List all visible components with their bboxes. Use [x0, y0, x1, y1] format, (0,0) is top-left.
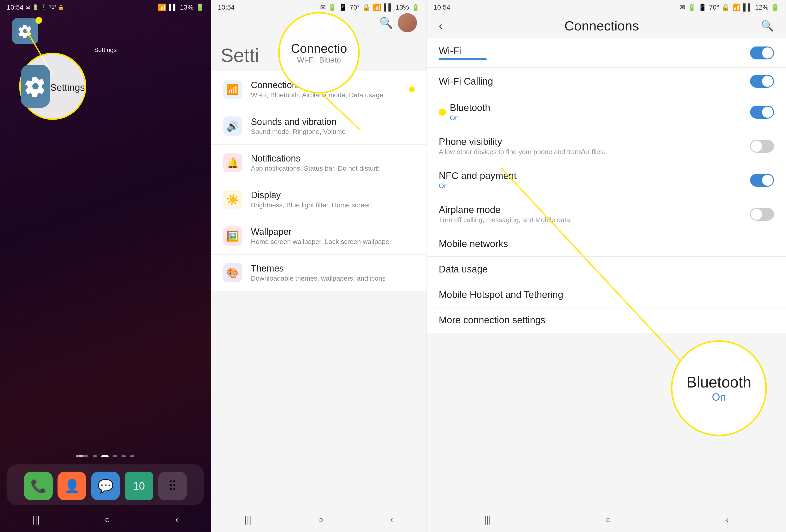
bluetooth-popup-on: On — [712, 391, 726, 403]
settings-item-notifications[interactable]: 🔔 Notifications App notifications, Statu… — [211, 144, 426, 181]
settings-annotation-circle: Settings — [19, 53, 86, 120]
settings-label-small: Settings — [12, 46, 199, 54]
phone-visibility-title: Phone visibility — [439, 136, 750, 147]
connections-popup-circle: Connectio Wi-Fi, Blueto — [278, 12, 360, 93]
conn-item-wifi[interactable]: Wi-Fi — [427, 38, 786, 68]
airplane-toggle[interactable] — [750, 208, 774, 221]
bluetooth-toggle[interactable] — [750, 106, 774, 119]
notif-text: Notifications App notifications, Status … — [251, 153, 415, 172]
dock: 📞 👤 💬 10 ⠿ — [7, 464, 204, 505]
status-icons-settings: ✉ 🔋 📱 70° 🔒 📶 ▌▌ 13% 🔋 — [320, 3, 420, 11]
sun-icon: ☀️ — [227, 194, 239, 205]
nav-bar-connections: ||| ○ ‹ — [427, 510, 786, 532]
conn-item-hotspot[interactable]: Mobile Hotspot and Tethering — [427, 282, 786, 307]
notif-title: Notifications — [251, 153, 415, 164]
nav-bar-home: ||| ○ ‹ — [0, 510, 211, 532]
display-text: Display Brightness, Blue light filter, H… — [251, 190, 415, 209]
sim-icon-s: 📱 — [339, 3, 347, 11]
dock-messages[interactable]: 💬 — [91, 471, 120, 500]
settings-screen: 10:54 ✉ 🔋 📱 70° 🔒 📶 ▌▌ 13% 🔋 🔍 Setti 📶 — [211, 0, 426, 532]
nav-recent[interactable]: ||| — [32, 515, 39, 525]
bell-icon: 🔔 — [227, 157, 239, 169]
signal-s: ▌▌ — [384, 4, 393, 11]
wallpaper-text: Wallpaper Home screen wallpaper, Lock sc… — [251, 227, 415, 246]
sounds-title: Sounds and vibration — [251, 117, 415, 127]
wifi-item-text: Wi-Fi — [439, 46, 750, 60]
conn-item-more[interactable]: More connection settings — [427, 307, 786, 333]
dot-3 — [113, 455, 117, 457]
nav-back-c[interactable]: ‹ — [725, 515, 729, 525]
status-right-home: 📶 ▌▌ 13% 🔋 — [158, 3, 204, 11]
data-usage-text: Data usage — [439, 264, 774, 275]
time-display: 10:54 — [7, 4, 23, 11]
conn-item-airplane[interactable]: Airplane mode Turn off calling, messagin… — [427, 197, 786, 231]
dock-contacts[interactable]: 👤 — [57, 471, 86, 500]
notif-subtitle: App notifications, Status bar, Do not di… — [251, 165, 415, 172]
status-time-home: 10:54 ✉ 🔋 📱 70° 🔒 — [7, 4, 64, 11]
settings-item-themes[interactable]: 🎨 Themes Downloadable themes, wallpapers… — [211, 254, 426, 291]
user-avatar[interactable] — [398, 13, 417, 32]
message-icon: ✉ — [25, 4, 30, 11]
phone-visibility-toggle[interactable] — [750, 140, 774, 153]
nfc-title: NFC and payment — [439, 170, 750, 181]
settings-icon-small[interactable] — [12, 18, 38, 44]
conn-item-bluetooth[interactable]: Bluetooth On — [427, 95, 786, 129]
batt-icon-s: 🔋 — [328, 3, 337, 11]
hotspot-title: Mobile Hotspot and Tethering — [439, 289, 774, 300]
back-button[interactable]: ‹ — [439, 19, 443, 32]
conn-item-wifi-calling[interactable]: Wi-Fi Calling — [427, 68, 786, 95]
settings-item-wallpaper[interactable]: 🖼️ Wallpaper Home screen wallpaper, Lock… — [211, 218, 426, 254]
display-subtitle: Brightness, Blue light filter, Home scre… — [251, 201, 415, 209]
wifi-calling-title: Wi-Fi Calling — [439, 76, 750, 87]
search-button-settings[interactable]: 🔍 — [379, 16, 393, 29]
connections-page-title: Connections — [564, 18, 639, 33]
airplane-thumb — [751, 209, 762, 220]
temp-c: 70° — [709, 4, 719, 11]
nav-recent-c[interactable]: ||| — [484, 515, 491, 525]
nfc-toggle[interactable] — [750, 174, 774, 187]
nav-recent-s[interactable]: ||| — [245, 515, 251, 525]
nav-back[interactable]: ‹ — [176, 515, 178, 525]
page-indicators — [0, 450, 211, 464]
wifi-s: 📶 — [373, 3, 381, 11]
conn-item-phone-visibility[interactable]: Phone visibility Allow other devices to … — [427, 129, 786, 163]
themes-icon: 🎨 — [223, 263, 242, 282]
nav-home[interactable]: ○ — [105, 515, 110, 525]
nav-home-s[interactable]: ○ — [318, 515, 324, 525]
display-title: Display — [251, 190, 415, 200]
phone-visibility-thumb — [751, 141, 762, 152]
nav-back-s[interactable]: ‹ — [390, 515, 393, 525]
search-button-connections[interactable]: 🔍 — [761, 20, 774, 32]
themes-title: Themes — [251, 263, 415, 274]
status-bar-connections: 10:54 ✉ 🔋 📱 70° 🔒 📶 ▌▌ 12% 🔋 — [427, 0, 786, 13]
notif-icon: 🔔 — [223, 153, 242, 172]
wifi-toggle[interactable] — [750, 46, 774, 60]
status-icons-connections: ✉ 🔋 📱 70° 🔒 📶 ▌▌ 12% 🔋 — [679, 3, 779, 11]
nav-home-c[interactable]: ○ — [606, 515, 611, 525]
bluetooth-thumb — [762, 107, 773, 118]
display-icon: ☀️ — [223, 190, 242, 209]
time-connections: 10:54 — [434, 4, 450, 11]
dot-1 — [93, 455, 97, 457]
dock-phone[interactable]: 📞 — [24, 471, 53, 500]
settings-item-sounds[interactable]: 🔊 Sounds and vibration Sound mode, Ringt… — [211, 108, 426, 144]
bluetooth-status: On — [450, 114, 750, 122]
connections-icon: 📶 — [223, 80, 242, 99]
wallpaper-icon: 🖼️ — [223, 227, 242, 246]
lines-indicator — [76, 455, 88, 457]
wifi-sub-bar — [439, 58, 487, 60]
mobile-networks-title: Mobile networks — [439, 238, 774, 249]
sim-icon-c: 📱 — [698, 3, 707, 11]
status-bar-settings: 10:54 ✉ 🔋 📱 70° 🔒 📶 ▌▌ 13% 🔋 — [211, 0, 426, 13]
settings-item-display[interactable]: ☀️ Display Brightness, Blue light filter… — [211, 181, 426, 218]
bluetooth-yellow-dot — [439, 109, 446, 116]
settings-icon-large — [21, 65, 50, 108]
dock-apps[interactable]: ⠿ — [158, 471, 187, 500]
wifi-calling-toggle[interactable] — [750, 75, 774, 88]
yellow-dot-small — [36, 17, 42, 24]
conn-item-data-usage[interactable]: Data usage — [427, 257, 786, 282]
conn-item-nfc[interactable]: NFC and payment On — [427, 163, 786, 197]
dock-calendar[interactable]: 10 — [124, 471, 153, 500]
wifi-calling-thumb — [762, 76, 773, 87]
conn-item-mobile-networks[interactable]: Mobile networks — [427, 231, 786, 257]
